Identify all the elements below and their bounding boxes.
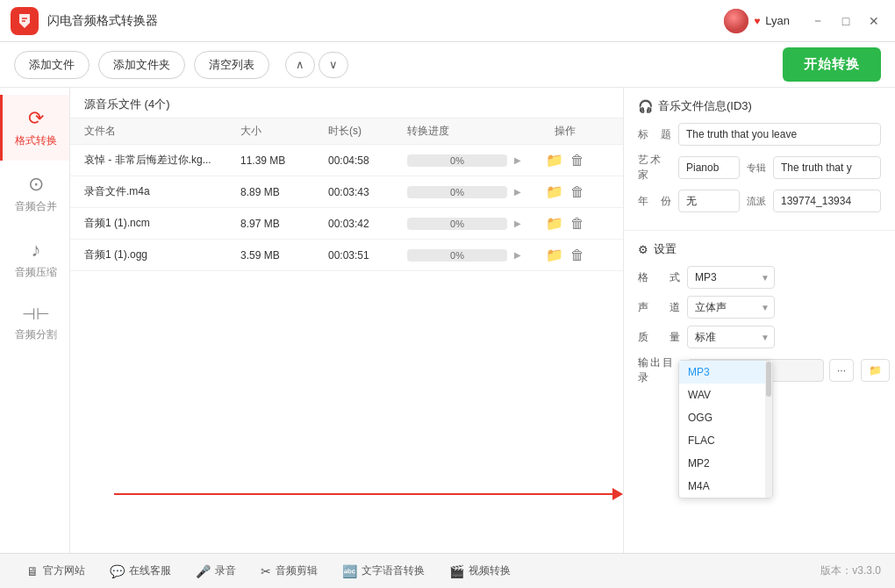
delete-button[interactable]: 🗑: [570, 247, 584, 263]
dropdown-scrollbar[interactable]: [765, 361, 772, 498]
table-row: 音频1 (1).ncm 8.97 MB 00:03:42 0% ▶ 📁 🗑: [70, 208, 623, 240]
browse-button[interactable]: ···: [829, 359, 854, 382]
add-file-button[interactable]: 添加文件: [14, 51, 90, 79]
open-folder-button[interactable]: 📁: [546, 247, 563, 263]
id3-section: 🎧 音乐文件信息(ID3) 标 题 艺术家 专辑 年 份 流派: [624, 88, 895, 231]
red-arrow-annotation: [114, 488, 623, 500]
maximize-button[interactable]: □: [835, 11, 856, 32]
progress-arrow-icon: ▶: [514, 250, 521, 260]
format-label: 格 式: [638, 270, 682, 285]
artist-label: 艺术家: [638, 153, 673, 183]
bottom-website[interactable]: 🖥 官方网站: [14, 563, 97, 578]
file-table: 文件名 大小 时长(s) 转换进度 操作 哀悼 - 非常后悔差过你.kg... …: [70, 118, 623, 271]
start-convert-button[interactable]: 开始转换: [783, 47, 881, 82]
table-row: 哀悼 - 非常后悔差过你.kg... 11.39 MB 00:04:58 0% …: [70, 145, 623, 176]
action-cell: 📁 🗑: [521, 247, 609, 263]
format-select[interactable]: MP3WAVOGG FLACMP2M4A: [687, 266, 775, 289]
channel-select[interactable]: 立体声单声道: [687, 296, 775, 319]
quality-select[interactable]: 标准高质量: [687, 326, 775, 348]
bottom-audio-edit[interactable]: ✂ 音频剪辑: [248, 563, 330, 578]
file-size: 11.39 MB: [240, 154, 328, 167]
dropdown-option-flac[interactable]: FLAC: [679, 429, 772, 452]
table-row: 录音文件.m4a 8.89 MB 00:03:43 0% ▶ 📁 🗑: [70, 176, 623, 208]
merge-icon: ⊙: [28, 173, 44, 196]
version-text: 版本：v3.3.0: [820, 563, 881, 578]
dropdown-option-wav[interactable]: WAV: [679, 384, 772, 406]
open-folder-button[interactable]: 📁: [546, 215, 563, 232]
bottom-support[interactable]: 💬 在线客服: [97, 563, 183, 578]
bottom-video[interactable]: 🎬 视频转换: [437, 563, 523, 578]
sidebar-item-merge[interactable]: ⊙ 音频合并: [0, 161, 69, 226]
file-size: 8.89 MB: [240, 186, 328, 198]
audio-edit-icon: ✂: [261, 564, 271, 578]
delete-button[interactable]: 🗑: [570, 216, 584, 232]
gear-icon: ⚙: [638, 243, 648, 256]
open-folder-button[interactable]: 📁: [546, 183, 563, 200]
clear-list-button[interactable]: 清空列表: [194, 51, 269, 79]
red-arrow-line: [114, 493, 612, 496]
open-output-button[interactable]: 📁: [861, 359, 890, 382]
audio-edit-label: 音频剪辑: [276, 563, 318, 578]
dropdown-option-m4a[interactable]: M4A: [679, 475, 772, 498]
split-icon: ⊣⊢: [22, 305, 50, 324]
file-name: 录音文件.m4a: [84, 184, 240, 199]
album-input[interactable]: [773, 156, 881, 179]
open-folder-button[interactable]: 📁: [546, 152, 563, 169]
file-duration: 00:03:42: [328, 218, 407, 230]
video-label: 视频转换: [469, 563, 511, 578]
bottom-speech[interactable]: 🔤 文字语音转换: [330, 563, 437, 578]
minimize-button[interactable]: －: [807, 11, 828, 32]
progress-cell: 0% ▶: [407, 249, 521, 262]
action-cell: 📁 🗑: [521, 183, 609, 200]
year-label: 年 份: [638, 194, 673, 209]
id3-title: 🎧 音乐文件信息(ID3): [638, 98, 881, 114]
id3-title-row: 标 题: [638, 123, 881, 146]
close-button[interactable]: ✕: [863, 11, 884, 32]
genre-input[interactable]: [773, 190, 881, 212]
heart-icon: ♥: [754, 15, 760, 27]
record-icon: 🎤: [196, 564, 211, 578]
dropdown-option-ogg[interactable]: OGG: [679, 406, 772, 429]
table-row: 音频1 (1).ogg 3.59 MB 00:03:51 0% ▶ 📁 🗑: [70, 240, 623, 271]
dropdown-option-mp2[interactable]: MP2: [679, 452, 772, 475]
file-name: 音频1 (1).ncm: [84, 216, 240, 231]
settings-title: ⚙ 设置: [638, 241, 881, 257]
channel-select-wrapper: 立体声单声道 ▼: [687, 296, 775, 319]
year-input[interactable]: [678, 190, 740, 212]
speech-label: 文字语音转换: [362, 563, 425, 578]
move-down-button[interactable]: ∨: [319, 52, 348, 78]
format-select-wrapper: MP3WAVOGG FLACMP2M4A ▼: [687, 266, 775, 289]
id3-artist-row: 艺术家 专辑: [638, 153, 881, 183]
id3-title-text: 音乐文件信息(ID3): [658, 98, 752, 114]
progress-cell: 0% ▶: [407, 186, 521, 198]
dropdown-option-mp3[interactable]: MP3: [679, 361, 772, 384]
sidebar-item-compress[interactable]: ♪ 音频压缩: [0, 226, 69, 292]
file-name: 音频1 (1).ogg: [84, 247, 240, 262]
sidebar: ⟳ 格式转换 ⊙ 音频合并 ♪ 音频压缩 ⊣⊢ 音频分割: [0, 88, 70, 553]
sidebar-label-compress: 音频压缩: [15, 265, 57, 280]
sidebar-item-split[interactable]: ⊣⊢ 音频分割: [0, 292, 69, 355]
username: Lyan: [765, 14, 790, 27]
delete-button[interactable]: 🗑: [570, 184, 584, 200]
bottom-record[interactable]: 🎤 录音: [183, 563, 248, 578]
title-input[interactable]: [678, 123, 881, 146]
sidebar-label-merge: 音频合并: [15, 199, 57, 214]
settings-title-text: 设置: [654, 241, 677, 257]
progress-arrow-icon: ▶: [514, 219, 521, 228]
app-title: 闪电音频格式转换器: [47, 13, 724, 29]
avatar: [724, 9, 748, 33]
toolbar: 添加文件 添加文件夹 清空列表 ∧ ∨ 开始转换: [0, 42, 895, 88]
move-up-button[interactable]: ∧: [285, 52, 315, 78]
sidebar-label-split: 音频分割: [15, 327, 57, 342]
website-icon: 🖥: [26, 564, 39, 578]
compress-icon: ♪: [32, 239, 41, 262]
app-logo: [11, 7, 39, 35]
delete-button[interactable]: 🗑: [570, 153, 584, 169]
artist-input[interactable]: [678, 156, 740, 179]
sidebar-item-format[interactable]: ⟳ 格式转换: [0, 95, 69, 161]
action-cell: 📁 🗑: [521, 215, 609, 232]
bottom-bar: 🖥 官方网站 💬 在线客服 🎤 录音 ✂ 音频剪辑 🔤 文字语音转换 🎬 视频转…: [0, 553, 895, 588]
add-folder-button[interactable]: 添加文件夹: [98, 51, 185, 79]
genre-label: 流派: [747, 195, 766, 208]
dropdown-option-label: M4A: [688, 480, 710, 492]
